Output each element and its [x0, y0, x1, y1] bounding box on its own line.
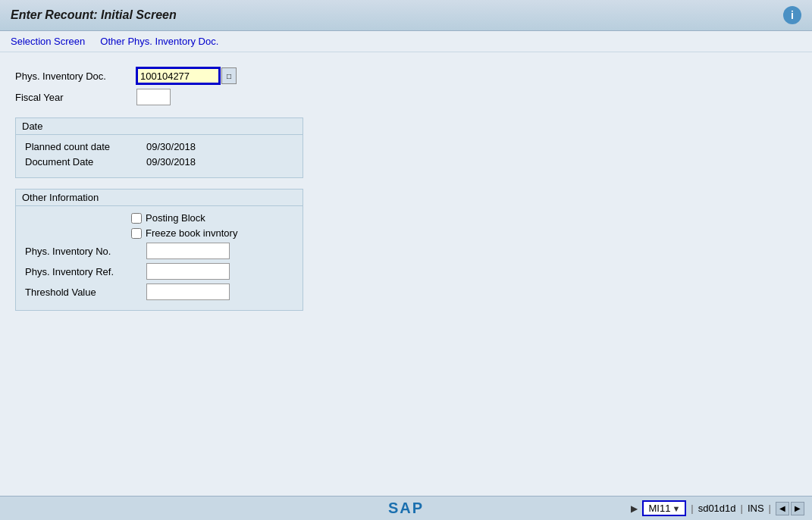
insert-mode-text: INS	[748, 503, 764, 514]
freeze-book-row: Freeze book invntory	[25, 227, 293, 239]
username-text: sd01d1d	[698, 503, 736, 514]
other-info-group-box: Other Information Posting Block Freeze b…	[15, 189, 303, 311]
phys-inv-no-label: Phys. Inventory No.	[25, 246, 146, 257]
phys-inv-no-input[interactable]	[146, 243, 230, 259]
fiscal-year-row: Fiscal Year	[15, 89, 797, 105]
phys-inv-doc-input[interactable]	[136, 67, 220, 84]
content-area: Phys. Inventory Doc. □ Fiscal Year Date …	[0, 52, 812, 496]
threshold-value-label: Threshold Value	[25, 287, 146, 298]
status-divider-3: |	[769, 503, 771, 514]
nav-icons: ◀ ▶	[776, 502, 804, 515]
menu-bar: Selection Screen Other Phys. Inventory D…	[0, 31, 812, 52]
fiscal-year-input[interactable]	[136, 89, 171, 105]
phys-inv-no-row: Phys. Inventory No.	[25, 243, 293, 259]
freeze-book-checkbox[interactable]	[131, 228, 142, 239]
phys-inv-ref-row: Phys. Inventory Ref.	[25, 263, 293, 280]
date-group-title: Date	[16, 118, 303, 135]
status-bar-right: ▶ MI11 ▼ | sd01d1d | INS | ◀ ▶	[631, 500, 804, 516]
top-form-section: Phys. Inventory Doc. □ Fiscal Year	[15, 67, 797, 105]
phys-inv-ref-input[interactable]	[146, 263, 230, 280]
posting-block-label: Posting Block	[146, 212, 205, 224]
phys-inv-doc-browse-button[interactable]: □	[221, 67, 237, 84]
phys-inv-doc-label: Phys. Inventory Doc.	[15, 70, 136, 82]
fiscal-year-label: Fiscal Year	[15, 92, 136, 103]
menu-other-phys-inventory[interactable]: Other Phys. Inventory Doc.	[100, 34, 218, 49]
posting-block-checkbox[interactable]	[131, 213, 142, 224]
other-info-group-content: Posting Block Freeze book invntory Phys.…	[16, 206, 303, 310]
transaction-code-text: MI11	[648, 503, 670, 514]
title-bar: Enter Recount: Initial Screen i	[0, 0, 812, 31]
page-title: Enter Recount: Initial Screen	[11, 8, 177, 22]
threshold-value-row: Threshold Value	[25, 283, 293, 300]
other-info-group-title: Other Information	[16, 190, 303, 206]
nav-icon-left[interactable]: ◀	[776, 502, 789, 515]
menu-selection-screen[interactable]: Selection Screen	[11, 34, 85, 49]
document-date-value: 09/30/2018	[146, 156, 196, 168]
freeze-book-label: Freeze book invntory	[146, 227, 237, 239]
play-icon: ▶	[631, 503, 638, 514]
threshold-value-input[interactable]	[146, 283, 230, 300]
document-date-label: Document Date	[25, 156, 146, 168]
phys-inv-doc-row: Phys. Inventory Doc. □	[15, 67, 797, 84]
status-divider-2: |	[741, 503, 743, 514]
posting-block-row: Posting Block	[25, 212, 293, 224]
nav-icon-right[interactable]: ▶	[791, 502, 804, 515]
transaction-code-box[interactable]: MI11 ▼	[642, 500, 686, 516]
phys-inv-ref-label: Phys. Inventory Ref.	[25, 266, 146, 277]
status-divider-1: |	[691, 503, 693, 514]
sap-logo: SAP	[388, 500, 424, 517]
date-group-content: Planned count date 09/30/2018 Document D…	[16, 135, 303, 177]
planned-count-date-row: Planned count date 09/30/2018	[25, 141, 293, 152]
planned-count-date-label: Planned count date	[25, 141, 146, 152]
info-icon: i	[783, 6, 801, 24]
date-group-box: Date Planned count date 09/30/2018 Docum…	[15, 117, 303, 178]
status-bar: SAP ▶ MI11 ▼ | sd01d1d | INS | ◀ ▶	[0, 496, 812, 520]
main-container: Enter Recount: Initial Screen i Selectio…	[0, 0, 812, 520]
transaction-dropdown-icon[interactable]: ▼	[672, 504, 680, 513]
document-date-row: Document Date 09/30/2018	[25, 156, 293, 168]
planned-count-date-value: 09/30/2018	[146, 141, 196, 152]
